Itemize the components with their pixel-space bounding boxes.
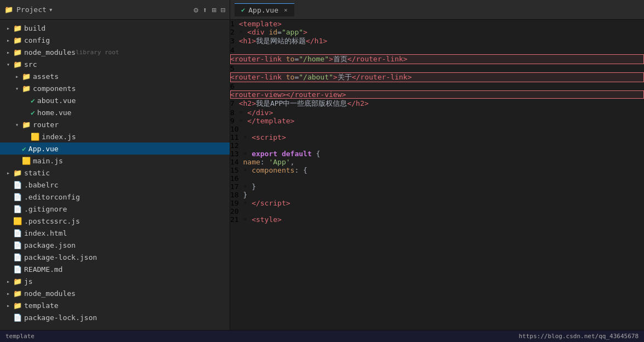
collapse-icon[interactable]: ⊟ xyxy=(221,5,225,14)
arrow-icon xyxy=(4,61,12,67)
tree-label: package.json xyxy=(24,241,76,249)
tree-label: index.html xyxy=(24,229,67,237)
folder-icon: 📁 xyxy=(13,169,22,177)
tree-label: .editorconfig xyxy=(24,193,80,201)
code-line-3: 3 <h1>我是网站的标题</h1> xyxy=(230,36,644,46)
tree-label: config xyxy=(24,36,50,44)
app-vue-tab[interactable]: ✔ App.vue × xyxy=(235,3,294,16)
code-line-13: 13 ◦ export default { xyxy=(230,150,644,158)
vue-file-icon: ✔ xyxy=(22,145,26,153)
tab-bar: ✔ App.vue × xyxy=(230,3,644,16)
folder-icon: 📁 xyxy=(13,289,22,298)
vue-file-icon: ✔ xyxy=(31,96,35,105)
tree-label: package-lock.json xyxy=(24,253,97,261)
folder-icon: 📁 xyxy=(13,60,22,69)
code-line-12: 12 xyxy=(230,141,644,150)
layout-icon[interactable]: ⊞ xyxy=(212,5,216,14)
code-line-4: 4 <router-link to="/home">首页</router-lin… xyxy=(230,46,644,64)
code-line-1: 1 <template> xyxy=(230,20,644,28)
tree-item-template_folder[interactable]: 📁template xyxy=(0,299,230,311)
code-line-15: 15 ◦ components: { xyxy=(230,166,644,174)
tree-item-router[interactable]: 📁router xyxy=(0,118,230,130)
code-line-10: 10 xyxy=(230,125,644,133)
arrow-icon xyxy=(4,25,12,31)
code-line-8: 8 ◦ </div> xyxy=(230,109,644,117)
config-file-icon: 📄 xyxy=(13,205,22,213)
arrow-icon xyxy=(4,290,12,297)
code-line-20: 20 xyxy=(230,207,644,215)
vue-tab-icon: ✔ xyxy=(241,6,245,14)
tree-label: README.md xyxy=(24,265,62,273)
tree-label: node_modules xyxy=(24,289,76,298)
tree-label: .postcssrc.js xyxy=(24,217,80,225)
bottom-template-text: template xyxy=(5,333,35,340)
tree-item-index_html[interactable]: 📄index.html xyxy=(0,227,230,239)
tree-item-package_json[interactable]: 📄package.json xyxy=(0,239,230,251)
library-suffix: library root xyxy=(76,49,119,56)
tree-label: .gitignore xyxy=(24,205,67,213)
bottom-bar: template https://blog.csdn.net/qq_436456… xyxy=(0,330,644,342)
tree-item-js_folder[interactable]: 📁js xyxy=(0,275,230,287)
tree-item-app_vue[interactable]: ✔App.vue xyxy=(0,142,230,155)
folder-icon: 📁 xyxy=(13,277,22,286)
code-editor[interactable]: 1 <template> 2 ◦ <div id="app"> 3 <h1>我是… xyxy=(230,20,644,330)
tree-item-components[interactable]: 📁components xyxy=(0,82,230,94)
json-file-icon: 📄 xyxy=(13,314,22,322)
tree-item-index_js[interactable]: 🟨index.js xyxy=(0,130,230,142)
tree-item-gitignore[interactable]: 📄.gitignore xyxy=(0,203,230,215)
tree-label: assets xyxy=(33,72,59,81)
arrow-icon xyxy=(4,303,12,309)
tree-item-readme[interactable]: 📄README.md xyxy=(0,263,230,275)
arrow-icon xyxy=(4,49,12,55)
settings-icon[interactable]: ⚙ xyxy=(193,5,198,14)
tree-item-node_modules2[interactable]: 📁node_modules xyxy=(0,287,230,299)
tree-item-postcssrc[interactable]: 🟨.postcssrc.js xyxy=(0,215,230,227)
code-line-2: 2 ◦ <div id="app"> xyxy=(230,28,644,36)
tree-item-package_lock[interactable]: 📄package-lock.json xyxy=(0,251,230,263)
folder-icon: 📁 xyxy=(13,301,22,310)
code-line-7: 7 <h2>我是APP中一些底部版权信息</h2> xyxy=(230,99,644,109)
top-bar: 📁 Project ▾ ⚙ ⬆ ⊞ ⊟ ✔ App.vue × xyxy=(0,0,644,20)
code-line-21: 21 ◦ <style> xyxy=(230,215,644,224)
tree-label: node_modules xyxy=(24,48,76,56)
top-icons: ⚙ ⬆ ⊞ ⊟ xyxy=(193,5,225,14)
folder-icon: 📁 xyxy=(13,48,22,56)
tree-label: index.js xyxy=(42,133,76,141)
tree-label: js xyxy=(24,277,33,286)
json-file-icon: 📄 xyxy=(13,253,22,261)
tree-label: about.vue xyxy=(37,96,76,105)
arrow-icon xyxy=(4,170,12,176)
tree-item-assets[interactable]: 📁assets xyxy=(0,70,230,82)
tree-label: template xyxy=(24,301,59,310)
tree-label: src xyxy=(24,60,37,69)
tree-item-editorconfig[interactable]: 📄.editorconfig xyxy=(0,191,230,203)
code-lines: 1 <template> 2 ◦ <div id="app"> 3 <h1>我是… xyxy=(230,20,644,224)
expand-icon[interactable]: ⬆ xyxy=(203,5,207,14)
tree-item-about_vue[interactable]: ✔about.vue xyxy=(0,94,230,106)
tab-close-icon[interactable]: × xyxy=(284,7,288,14)
js-file-icon: 🟨 xyxy=(31,133,39,141)
tree-item-package_lock2[interactable]: 📄package-lock.json xyxy=(0,311,230,323)
tab-label: App.vue xyxy=(248,6,278,14)
code-line-9: 9 ◦ </template> xyxy=(230,117,644,125)
project-dropdown-icon[interactable]: ▾ xyxy=(49,5,53,14)
tree-item-main_js[interactable]: 🟨main.js xyxy=(0,155,230,167)
folder-icon: 📁 xyxy=(13,24,22,32)
tree-item-home_vue[interactable]: ✔home.vue xyxy=(0,106,230,118)
file-tree: 📁build📁config📁node_modules library root📁… xyxy=(0,20,230,330)
tree-item-node_modules[interactable]: 📁node_modules library root xyxy=(0,46,230,58)
project-panel-header: 📁 Project ▾ ⚙ ⬆ ⊞ ⊟ xyxy=(0,0,230,19)
html-file-icon: 📄 xyxy=(13,229,22,237)
tree-item-build[interactable]: 📁build xyxy=(0,22,230,34)
tree-label: App.vue xyxy=(29,145,59,153)
tree-item-src[interactable]: 📁src xyxy=(0,58,230,70)
tree-item-babelrc[interactable]: 📄.babelrc xyxy=(0,179,230,191)
tree-item-config[interactable]: 📁config xyxy=(0,34,230,46)
tree-item-static[interactable]: 📁static xyxy=(0,167,230,179)
arrow-icon xyxy=(13,122,21,128)
tree-label: components xyxy=(33,84,76,93)
code-line-5: 5 <router-link to="/about">关于</router-li… xyxy=(230,64,644,82)
project-folder-icon: 📁 xyxy=(4,5,13,14)
code-line-6: 6 <router-view></router-view> xyxy=(230,82,644,99)
tree-label: router xyxy=(33,121,59,129)
